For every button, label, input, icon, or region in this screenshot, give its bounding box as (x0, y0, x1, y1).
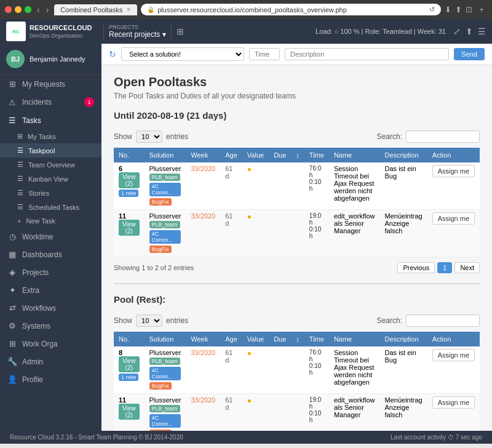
sidebar-item-profile[interactable]: 👤 Profile (0, 370, 101, 388)
share-icon[interactable]: ⬆ (455, 5, 462, 14)
sidebar-item-worktime[interactable]: ◷ Worktime (0, 228, 101, 246)
col-sort-s2[interactable]: ↕ (291, 332, 304, 346)
week-value[interactable]: 33/2020 (191, 396, 215, 404)
address-bar[interactable]: 🔒 plusserver.resourcecloud.io/combined_p… (141, 4, 441, 15)
next-button-s1[interactable]: Next (454, 262, 480, 273)
col-time-s1: Time (304, 148, 329, 162)
page-1-button-s1[interactable]: 1 (437, 262, 452, 273)
col-solution-s1: Solution (145, 148, 186, 162)
priority-icon: ● (247, 396, 252, 405)
cell-sort (291, 210, 304, 257)
sidebar-subitem-stories[interactable]: ☰ Stories (0, 186, 101, 200)
logo-title: RESOURCECLOUD (30, 24, 92, 32)
col-action-s1: Action (427, 148, 480, 162)
sidebar-item-extra[interactable]: ✦ Extra (0, 281, 101, 299)
cell-age: 61 d (220, 162, 242, 210)
col-value-s1: Value (242, 148, 269, 162)
workflows-icon: ⇄ (7, 303, 17, 313)
view-button[interactable]: View (2) (119, 356, 140, 372)
projects-label: PROJECTS (109, 24, 166, 30)
refresh-icon[interactable]: ↺ (429, 6, 435, 14)
topbar-right: Load: ○ 100 % | Role: Teamlead | Week: 3… (315, 26, 486, 36)
search-input-s2[interactable] (406, 314, 480, 327)
cell-time: 76:0 h0:10 h (304, 346, 329, 394)
menu-icon[interactable]: ☰ (478, 26, 486, 36)
sidebar-subitem-new-task[interactable]: + New Task (0, 214, 101, 228)
upload-icon[interactable]: ⬆ (466, 26, 473, 36)
close-window-button[interactable] (5, 6, 12, 13)
footer-version: Resource Cloud 3.2.16 - Smart Team Plann… (10, 434, 183, 441)
time-input[interactable] (249, 48, 280, 60)
entries-select-s1[interactable]: 10 (136, 130, 162, 143)
sidebar-item-projects[interactable]: ◈ Projects (0, 263, 101, 281)
download-icon[interactable]: ⬇ (445, 5, 451, 14)
assign-me-button[interactable]: Assign me (432, 165, 475, 177)
browser-chrome: ‹ › Combined Pooltasks ✕ 🔒 plusserver.re… (0, 0, 492, 19)
assign-me-button[interactable]: Assign me (432, 349, 475, 361)
week-value[interactable]: 33/2020 (191, 349, 215, 356)
cell-due (269, 394, 291, 431)
section2-table: No. Solution Week Age Value Due ↕ Time N… (114, 332, 480, 431)
cell-no: 6 View (2) 1 new (114, 162, 145, 210)
sidebar-sublabel-team-overview: Team Overview (28, 161, 75, 169)
row-number: 6 (119, 165, 122, 172)
week-value[interactable]: 33/2020 (191, 165, 215, 172)
col-due-s2: Due (269, 332, 291, 346)
tag-0: PLB_team (149, 405, 180, 412)
col-sort-s1[interactable]: ↕ (291, 148, 304, 162)
view-button[interactable]: View (2) (119, 404, 140, 420)
task-name: Session Timeout bei Ajax Request werden … (334, 349, 374, 386)
task-description: Menüeintrag Anzeige falsch (385, 212, 423, 234)
section2-table-controls: Show 10 entries Search: (114, 314, 480, 327)
browser-tab[interactable]: Combined Pooltasks ✕ (54, 4, 137, 15)
solution-name: Plusserver (149, 349, 181, 356)
sidebar-item-workflows[interactable]: ⇄ Workflows (0, 299, 101, 317)
solution-select[interactable]: Select a solution! (121, 47, 244, 61)
assign-me-button[interactable]: Assign me (432, 212, 475, 225)
sidebar-item-dashboards[interactable]: ▦ Dashboards (0, 246, 101, 263)
sidebar-item-incidents[interactable]: ⚠ Incidents 1 (0, 93, 101, 111)
search-input-s1[interactable] (406, 130, 480, 143)
sidebar-item-work-orga[interactable]: ⊞ Work Orga (0, 335, 101, 353)
send-button[interactable]: Send (454, 48, 485, 60)
col-week-s1: Week (186, 148, 220, 162)
grid-menu-icon[interactable]: ⊞ (177, 26, 184, 36)
assign-me-button[interactable]: Assign me (432, 396, 475, 409)
maximize-window-button[interactable] (25, 6, 31, 13)
sidebar-item-my-requests[interactable]: ⊞ My Requests (0, 75, 101, 93)
sidebar-item-admin[interactable]: 🔧 Admin (0, 353, 101, 370)
sidebar-subitem-team-overview[interactable]: ☰ Team Overview (0, 158, 101, 172)
sidebar-subitem-my-tasks[interactable]: ⊞ My Tasks (0, 129, 101, 143)
cell-no: 8 View (2) 1 new (114, 346, 145, 394)
new-tab-button[interactable]: + (476, 4, 487, 15)
entries-select-s2[interactable]: 10 (136, 314, 162, 327)
sidebar-label-projects: Projects (22, 268, 49, 277)
description-input[interactable] (285, 48, 449, 60)
task-name: Session Timeout bei Ajax Request werden … (334, 165, 374, 202)
prev-button-s1[interactable]: Previous (397, 262, 435, 273)
task-name: edit_workflow als Senior Manager (334, 396, 375, 418)
sidebar-subitem-scheduled-tasks[interactable]: ☰ Scheduled Tasks (0, 200, 101, 214)
view-button[interactable]: View (2) (119, 220, 140, 236)
arrows-icon[interactable]: ⤢ (453, 26, 461, 36)
back-button[interactable]: ‹ (35, 5, 42, 15)
solution-name: Plusserver (149, 212, 181, 220)
browser-menu-icon[interactable]: ⊡ (466, 5, 472, 14)
refresh-button[interactable]: ↻ (109, 49, 116, 59)
view-button[interactable]: View (2) (119, 172, 140, 188)
sidebar-subitem-taskpool[interactable]: ☰ Taskpool (0, 143, 101, 158)
forward-button[interactable]: › (44, 5, 51, 15)
tab-close-icon[interactable]: ✕ (126, 6, 131, 13)
projects-dropdown[interactable]: Recent projects ▾ (109, 30, 166, 39)
week-value[interactable]: 33/2020 (191, 212, 215, 220)
sidebar-label-worktime: Worktime (22, 233, 53, 241)
age-value: 61 d (225, 349, 232, 364)
page-title: Open Pooltasks (114, 75, 480, 89)
sidebar-item-systems[interactable]: ⚙ Systems (0, 317, 101, 335)
table-row: 8 View (2) 1 new PlusserverPLB_team4C Co… (114, 346, 480, 394)
minimize-window-button[interactable] (15, 6, 22, 13)
sidebar-item-tasks[interactable]: ☰ Tasks (0, 111, 101, 129)
browser-navigation[interactable]: ‹ › (35, 5, 50, 15)
cell-description: Das ist ein Bug (380, 346, 427, 394)
sidebar-subitem-kanban-view[interactable]: ☰ Kanban View (0, 172, 101, 186)
